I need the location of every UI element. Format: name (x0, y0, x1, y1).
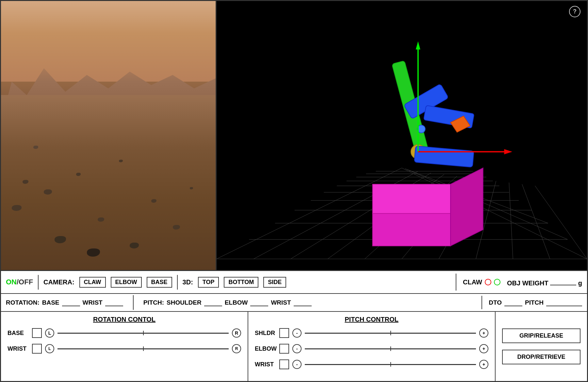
obj-weight: OBJ WEIGHT g (507, 278, 582, 287)
pitch-elbow-row: ELBOW - + (255, 344, 488, 354)
claw-indicator-green (494, 279, 500, 285)
view-top-button[interactable]: TOP (198, 277, 219, 288)
pitch-shoulder-label: SHOULDER (167, 299, 202, 306)
help-button[interactable]: ? (569, 6, 580, 17)
pitch2-field (546, 299, 582, 306)
panel-row1: ON/OFF CAMERA: CLAW ELBOW BASE 3D: TOP B… (1, 271, 587, 294)
pitch-wrist-checkbox[interactable] (279, 359, 289, 369)
rotation-control: ROTATION CONTOL BASE L R (1, 312, 248, 381)
separator-2 (177, 275, 178, 290)
pitch-elbow-field (250, 299, 268, 306)
separator-1 (38, 275, 39, 290)
pitch-elbow-label: ELBOW (255, 345, 276, 352)
obj-weight-label: OBJ WEIGHT (507, 279, 548, 287)
obj-weight-field (550, 278, 576, 285)
pitch-shoulder-row: SHLDR - + (255, 328, 488, 338)
pitch-shoulder-field (204, 299, 222, 306)
y-axis-arrowhead (416, 41, 420, 50)
view-bottom-button[interactable]: BOTTOM (224, 277, 258, 288)
rotation-base-label: BASE (42, 299, 59, 306)
robot-arm-blue-base (414, 146, 474, 167)
pitch-elbow-track[interactable] (305, 348, 476, 349)
claw-indicator-red (485, 279, 491, 285)
svg-rect-31 (414, 146, 474, 167)
top-section: ? (1, 1, 587, 270)
camera-elbow-button[interactable]: ELBOW (111, 277, 142, 288)
rotation-wrist-row: WRIST L R (8, 344, 241, 354)
action-control: GRIP/RELEASE DROP/RETRIEVE (496, 312, 587, 381)
rotation-base-left-icon[interactable]: L (45, 328, 54, 338)
control-panel: ON/OFF CAMERA: CLAW ELBOW BASE 3D: TOP B… (1, 270, 587, 381)
rotation-wrist-left-icon[interactable]: L (45, 344, 54, 353)
on-text: ON (6, 278, 17, 286)
pitch-shoulder-checkbox[interactable] (279, 328, 289, 338)
pitch-elbow-right-icon[interactable]: + (479, 344, 488, 353)
rotation-readout: ROTATION: BASE WRIST (6, 299, 123, 306)
view3d-label: 3D: (183, 279, 193, 286)
right-status: CLAW OBJ WEIGHT g (456, 274, 582, 291)
svg-line-10 (535, 186, 587, 259)
pitch-readout: PITCH: SHOULDER ELBOW WRIST (143, 299, 312, 306)
mars-sky (1, 1, 216, 82)
pitch-control-title: PITCH CONTROL (255, 316, 488, 323)
pitch-control: PITCH CONTROL SHLDR - + (248, 312, 496, 381)
claw-status: CLAW (463, 279, 500, 286)
on-off-button[interactable]: ON/OFF (6, 278, 33, 286)
pitch-wrist-label: WRIST (271, 299, 291, 306)
drop-retrieve-button[interactable]: DROP/RETRIEVE (502, 350, 580, 364)
rotation-label: ROTATION: (6, 299, 40, 306)
sto-label: DTO (489, 299, 502, 306)
rotation-base-track[interactable] (57, 333, 229, 334)
pitch-wrist-right-icon[interactable]: + (479, 360, 488, 369)
pitch-wrist-label: WRIST (255, 361, 276, 368)
pitch-elbow-left-icon[interactable]: - (292, 344, 302, 353)
separator-3 (133, 295, 134, 310)
off-text: /OFF (17, 278, 33, 286)
sto-field (504, 299, 522, 306)
viewport-3d: ? (217, 1, 587, 270)
svg-marker-27 (450, 168, 483, 246)
pitch-wrist-left-icon[interactable]: - (292, 360, 302, 369)
sto-row: DTO PITCH (489, 299, 582, 306)
pitch-wrist-row: WRIST - + (255, 359, 488, 369)
rotation-wrist-track[interactable] (57, 348, 229, 349)
sto-pitch-status: DTO PITCH (482, 296, 582, 309)
pitch-shoulder-left-icon[interactable]: - (292, 328, 302, 338)
svg-marker-26 (372, 184, 450, 214)
rotation-base-checkbox[interactable] (32, 328, 42, 338)
rotation-base-right-icon[interactable]: R (232, 328, 241, 338)
mars-ground (1, 95, 216, 270)
mars-landscape (1, 1, 216, 270)
rotation-wrist-checkbox[interactable] (32, 344, 42, 354)
rotation-wrist-label: WRIST (83, 299, 103, 306)
pink-box (372, 168, 483, 246)
panel-row3: ROTATION CONTOL BASE L R (1, 312, 587, 381)
pitch-shoulder-label: SHLDR (255, 330, 276, 337)
camera-view (1, 1, 217, 270)
main-container: ? ON/OFF CAMERA: CLAW ELBOW BASE 3D: TOP… (0, 0, 588, 382)
obj-weight-unit: g (578, 279, 582, 287)
pitch-shoulder-track[interactable] (305, 333, 476, 334)
camera-base-button[interactable]: BASE (147, 277, 172, 288)
pitch2-label: PITCH (525, 299, 544, 306)
rotation-base-label: BASE (8, 330, 29, 337)
view-side-button[interactable]: SIDE (263, 277, 286, 288)
rotation-base-row: BASE L R (8, 328, 241, 338)
pitch-shoulder-right-icon[interactable]: + (479, 328, 488, 338)
x-axis-arrowhead (504, 149, 512, 154)
pitch-wrist-track[interactable] (305, 364, 476, 365)
rotation-wrist-field (105, 299, 123, 306)
grip-release-button[interactable]: GRIP/RELEASE (502, 328, 580, 343)
camera-claw-button[interactable]: CLAW (79, 277, 106, 288)
pitch-elbow-checkbox[interactable] (279, 344, 289, 354)
rotation-wrist-label: WRIST (8, 345, 29, 352)
rotation-base-field (62, 299, 80, 306)
rotation-wrist-right-icon[interactable]: R (232, 344, 241, 353)
pitch-wrist-field (294, 299, 312, 306)
pitch-elbow-label: ELBOW (225, 299, 248, 306)
claw-label: CLAW (463, 279, 482, 286)
panel-row2: ROTATION: BASE WRIST PITCH: SHOULDER ELB… (1, 294, 587, 312)
svg-marker-25 (372, 214, 450, 246)
pitch-label: PITCH: (143, 299, 164, 306)
rotation-control-title: ROTATION CONTOL (8, 316, 241, 323)
